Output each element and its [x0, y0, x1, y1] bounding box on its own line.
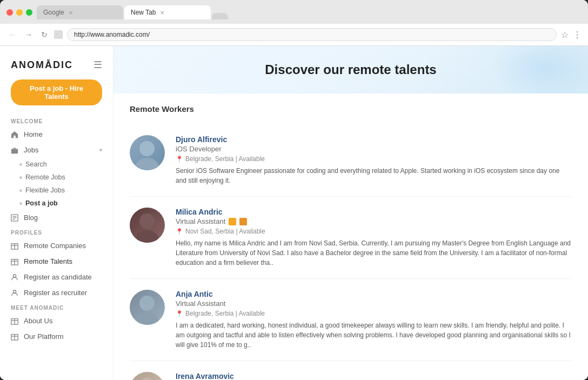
avatar-djuro[interactable]	[130, 135, 165, 170]
page-content: ANOMĀDIC ☰ Post a job - Hire Talents WEL…	[0, 46, 588, 380]
worker-info-irena: Irena Avramovic	[176, 372, 572, 380]
location-text-anja: Belgrade, Serbia | Available	[185, 310, 265, 317]
close-button[interactable]	[6, 9, 13, 16]
sidebar-item-remote-companies[interactable]: Remote Companies	[0, 238, 113, 254]
briefcase-icon	[11, 146, 18, 154]
home-label: Home	[24, 130, 43, 138]
jobs-submenu: Search Remote Jobs Flexible Jobs Post a …	[0, 158, 113, 210]
page-icon	[54, 30, 63, 39]
sidebar-item-remote-talents[interactable]: Remote Talents	[0, 254, 113, 269]
register-candidate-label: Register as candidate	[24, 273, 92, 281]
post-job-button[interactable]: Post a job - Hire Talents	[11, 79, 102, 105]
worker-location-milica: 📍 Novi Sad, Serbia | Available	[176, 228, 572, 235]
tabs-bar: Google ✕ New Tab ✕	[37, 5, 582, 19]
tab-google[interactable]: Google ✕	[37, 5, 123, 19]
location-pin-milica: 📍	[176, 228, 183, 235]
meet-section-label: MEET ANOMADIC	[0, 301, 113, 313]
about-us-label: About Us	[24, 317, 52, 325]
avatar-anja[interactable]	[130, 290, 165, 325]
location-pin-anja: 📍	[176, 310, 183, 317]
talent-icon	[11, 258, 18, 265]
worker-card: Anja Antic Virtual Assistant 📍 Belgrade,…	[130, 279, 572, 361]
location-pin-djuro: 📍	[176, 156, 183, 163]
minimize-button[interactable]	[16, 9, 23, 16]
hero-title: Discover our remote talents	[265, 62, 436, 77]
sidebar-item-flexible-jobs[interactable]: Flexible Jobs	[19, 184, 113, 197]
main-area: Discover our remote talents Remote Worke…	[113, 46, 588, 380]
our-platform-label: Our Platform	[24, 332, 64, 341]
worker-role-label-anja: Virtual Assistant	[176, 299, 225, 308]
traffic-lights	[6, 9, 32, 16]
worker-name-irena[interactable]: Irena Avramovic	[176, 372, 572, 380]
sidebar-item-register-recruiter[interactable]: Register as recruiter	[0, 285, 113, 301]
candidate-icon	[11, 274, 18, 281]
worker-name-anja[interactable]: Anja Antic	[176, 290, 572, 298]
browser-menu-icon[interactable]: ⋮	[573, 30, 582, 40]
sidebar-item-blog[interactable]: Blog	[0, 210, 113, 225]
hamburger-icon[interactable]: ☰	[93, 59, 102, 71]
browser-titlebar: Google ✕ New Tab ✕	[0, 0, 588, 24]
svg-point-24	[135, 312, 159, 325]
tab-new-close[interactable]: ✕	[160, 10, 164, 16]
location-text-milica: Novi Sad, Serbia | Available	[185, 228, 265, 235]
welcome-section-label: WELCOME	[0, 114, 113, 126]
worker-card: Djuro Alfirevic iOS Developer 📍 Belgrade…	[130, 124, 572, 197]
sidebar-item-jobs[interactable]: Jobs ▾	[0, 142, 113, 158]
avatar-irena[interactable]	[130, 372, 165, 380]
post-job-label: Post a job	[25, 199, 58, 207]
home-icon	[11, 131, 18, 138]
svg-point-19	[139, 141, 155, 156]
company-icon	[11, 242, 18, 250]
platform-icon	[11, 333, 18, 341]
new-tab-button[interactable]	[212, 13, 228, 19]
svg-point-21	[139, 214, 155, 229]
tab-new[interactable]: New Tab ✕	[124, 5, 211, 19]
worker-name-milica[interactable]: Milica Andric	[176, 208, 572, 216]
about-icon	[11, 317, 18, 325]
section-title: Remote Workers	[130, 104, 572, 114]
tab-google-label: Google	[43, 9, 64, 16]
role-badge-milica	[229, 218, 236, 225]
address-input[interactable]	[67, 28, 557, 41]
tab-new-label: New Tab	[131, 9, 156, 16]
sidebar-item-our-platform[interactable]: Our Platform	[0, 329, 113, 344]
avatar-anja-image	[130, 290, 165, 325]
tab-google-close[interactable]: ✕	[69, 10, 73, 16]
content-area: Remote Workers Djuro Alfirevic	[113, 94, 588, 380]
worker-role-label-djuro: iOS Developer	[176, 145, 222, 153]
blog-label: Blog	[24, 214, 38, 222]
worker-role-milica: Virtual Assistant	[176, 217, 572, 225]
sidebar-item-home[interactable]: Home	[0, 126, 113, 142]
svg-point-20	[135, 158, 159, 170]
svg-point-23	[139, 296, 155, 311]
sidebar-item-post-job[interactable]: Post a job	[19, 197, 113, 210]
worker-location-anja: 📍 Belgrade, Serbia | Available	[176, 310, 572, 317]
sidebar-item-remote-jobs[interactable]: Remote Jobs	[19, 171, 113, 184]
sub-dot-search	[19, 163, 22, 166]
worker-location-djuro: 📍 Belgrade, Serbia | Available	[176, 155, 572, 163]
logo: ANOMĀDIC	[11, 59, 73, 71]
worker-bio-anja: I am a dedicated, hard working, honest i…	[176, 321, 572, 350]
avatar-milica[interactable]	[130, 208, 165, 243]
reload-button[interactable]: ↻	[39, 29, 50, 40]
register-recruiter-label: Register as recruiter	[24, 289, 87, 297]
worker-name-djuro[interactable]: Djuro Alfirevic	[176, 135, 572, 144]
maximize-button[interactable]	[26, 9, 32, 16]
sidebar-item-register-candidate[interactable]: Register as candidate	[0, 269, 113, 285]
worker-card: Milica Andric Virtual Assistant 📍 Novi S…	[130, 197, 572, 279]
bookmark-icon[interactable]: ☆	[561, 30, 569, 40]
forward-button[interactable]: →	[23, 29, 35, 40]
browser-controls: Google ✕ New Tab ✕	[6, 5, 582, 19]
worker-role-label-milica: Virtual Assistant	[176, 217, 225, 225]
svg-point-22	[135, 230, 159, 243]
sidebar-item-search[interactable]: Search	[19, 158, 113, 171]
worker-info-anja: Anja Antic Virtual Assistant 📍 Belgrade,…	[176, 290, 572, 350]
address-bar: ← → ↻ ☆ ⋮	[0, 24, 588, 46]
worker-role-djuro: iOS Developer	[176, 145, 572, 153]
jobs-chevron-icon: ▾	[99, 147, 102, 153]
sub-dot-post	[19, 202, 22, 205]
sidebar-item-about-us[interactable]: About Us	[0, 313, 113, 329]
back-button[interactable]: ←	[6, 29, 18, 40]
location-text-djuro: Belgrade, Serbia | Available	[185, 155, 265, 163]
search-label: Search	[25, 161, 47, 168]
